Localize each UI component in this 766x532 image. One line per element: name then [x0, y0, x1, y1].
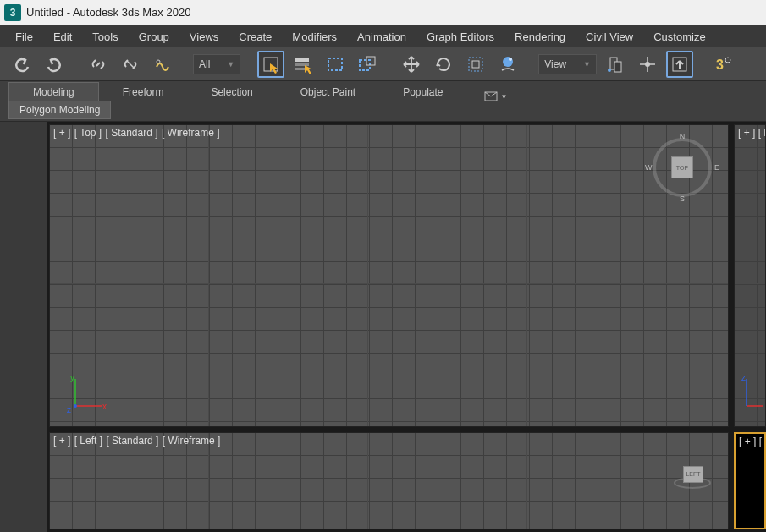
menu-customize[interactable]: Customize [643, 27, 715, 47]
chevron-down-icon: ▼ [227, 60, 234, 69]
viewcube-face[interactable]: TOP [671, 156, 693, 178]
rectangular-selection-button[interactable] [322, 51, 349, 78]
ribbon-tab-populate[interactable]: Populate [379, 83, 466, 101]
rotate-button[interactable] [430, 51, 457, 78]
ribbon-tab-selection[interactable]: Selection [187, 83, 276, 101]
select-object-button[interactable] [257, 51, 284, 78]
viewcube-top[interactable]: TOP N S E W [648, 134, 716, 201]
menu-bar: File Edit Tools Group Views Create Modif… [0, 25, 766, 47]
unlink-icon [121, 55, 140, 74]
viewport-perspective-partial[interactable]: [ + ] [ F [734, 432, 766, 529]
arrow-up-box-icon [670, 55, 689, 74]
menu-tools[interactable]: Tools [82, 27, 128, 47]
svg-text:x: x [102, 402, 107, 411]
ribbon-minimize-control[interactable]: ▼ [484, 91, 508, 101]
svg-point-14 [608, 69, 611, 72]
ribbon-tabs: Modeling Freeform Selection Object Paint… [0, 81, 766, 101]
svg-text:y: y [70, 373, 74, 382]
svg-rect-13 [614, 62, 621, 72]
menu-rendering[interactable]: Rendering [504, 27, 576, 47]
svg-rect-5 [328, 58, 342, 70]
menu-animation[interactable]: Animation [347, 27, 416, 47]
cursor-select-icon [262, 55, 280, 74]
svg-rect-3 [295, 63, 309, 66]
viewport-label-partial[interactable]: [ + ] [ F [739, 436, 766, 447]
menu-group[interactable]: Group [129, 27, 179, 47]
ribbon-group-polygon-modeling[interactable]: Polygon Modeling [8, 101, 111, 119]
ribbon-tab-freeform[interactable]: Freeform [99, 83, 188, 101]
compass-e: E [714, 163, 719, 172]
menu-views[interactable]: Views [179, 27, 229, 47]
reference-coord-value: View [544, 58, 566, 70]
ribbon-tab-modeling[interactable]: Modeling [8, 82, 99, 101]
window-crossing-button[interactable] [354, 51, 381, 78]
viewport-top[interactable]: [ + ] [ Top ] [ Standard ] [ Wireframe ]… [49, 124, 729, 427]
compass-s: S [680, 195, 685, 203]
svg-rect-8 [469, 58, 482, 71]
compass-w: W [645, 163, 653, 172]
menu-create[interactable]: Create [229, 27, 282, 47]
viewport-left[interactable]: [ + ] [ Left ] [ Standard ] [ Wireframe … [49, 432, 729, 529]
axis-gizmo-partial: z [741, 374, 766, 416]
link-button[interactable] [85, 51, 112, 78]
chevron-down-icon: ▼ [583, 60, 591, 69]
placement-button[interactable] [494, 51, 521, 78]
bind-space-warp-button[interactable] [149, 51, 176, 78]
viewport-left-gutter [0, 122, 47, 532]
viewport-label-partial[interactable]: [ + ] [ F [738, 127, 766, 139]
compass-n: N [680, 132, 686, 140]
scale-button[interactable] [462, 51, 489, 78]
svg-text:z: z [67, 405, 71, 414]
manipulate-icon [638, 55, 657, 74]
window-title: Untitled - Autodesk 3ds Max 2020 [26, 6, 190, 19]
snap-3-icon: 3 [714, 55, 733, 74]
reference-coord-dropdown[interactable]: View ▼ [538, 54, 597, 74]
wave-link-icon [153, 55, 172, 74]
link-icon [89, 55, 107, 74]
ribbon-panel: Polygon Modeling [0, 101, 766, 122]
menu-civil-view[interactable]: Civil View [576, 27, 643, 47]
undo-icon [13, 55, 31, 74]
select-by-name-button[interactable] [289, 51, 317, 78]
unlink-button[interactable] [117, 51, 144, 78]
marquee-rect-icon [326, 55, 344, 74]
svg-text:3: 3 [716, 58, 724, 72]
redo-icon [45, 55, 63, 74]
marquee-crossing-icon [358, 55, 377, 74]
svg-point-24 [74, 404, 77, 408]
viewport-label-top[interactable]: [ + ] [ Top ] [ Standard ] [ Wireframe ] [53, 127, 221, 139]
menu-graph-editors[interactable]: Graph Editors [416, 27, 504, 47]
svg-point-0 [157, 60, 160, 63]
viewcube-left[interactable]: LEFT [669, 463, 716, 494]
svg-point-15 [645, 62, 650, 67]
undo-button[interactable] [8, 51, 36, 78]
move-button[interactable] [398, 51, 425, 78]
scale-icon [466, 55, 485, 74]
svg-rect-9 [472, 61, 479, 68]
viewport-grid [50, 433, 728, 529]
selection-filter-dropdown[interactable]: All ▼ [193, 54, 240, 74]
viewcube-face[interactable]: LEFT [683, 466, 703, 483]
title-bar: 3 Untitled - Autodesk 3ds Max 2020 [0, 0, 766, 25]
ribbon-tab-object-paint[interactable]: Object Paint [277, 83, 379, 101]
pivot-icon [606, 55, 625, 74]
viewport-grid [50, 125, 728, 426]
chevron-down-icon: ▼ [501, 93, 508, 101]
select-manipulate-button[interactable] [634, 51, 661, 78]
svg-rect-2 [295, 58, 309, 62]
placement-icon [499, 55, 517, 74]
viewport-label-left[interactable]: [ + ] [ Left ] [ Standard ] [ Wireframe … [53, 435, 221, 447]
svg-point-11 [509, 58, 512, 61]
axis-gizmo-top: x y z [65, 374, 107, 416]
redo-button[interactable] [41, 51, 68, 78]
selection-filter-value: All [199, 58, 210, 70]
svg-text:z: z [741, 373, 746, 382]
snap-toggle-button[interactable]: 3 [710, 51, 737, 78]
menu-edit[interactable]: Edit [43, 27, 82, 47]
menu-file[interactable]: File [5, 27, 43, 47]
use-pivot-center-button[interactable] [602, 51, 629, 78]
keyboard-shortcut-toggle[interactable] [666, 51, 693, 78]
main-toolbar: All ▼ View ▼ 3 [0, 47, 766, 81]
viewport-front-partial[interactable]: [ + ] [ F z [734, 124, 766, 427]
menu-modifiers[interactable]: Modifiers [282, 27, 347, 47]
